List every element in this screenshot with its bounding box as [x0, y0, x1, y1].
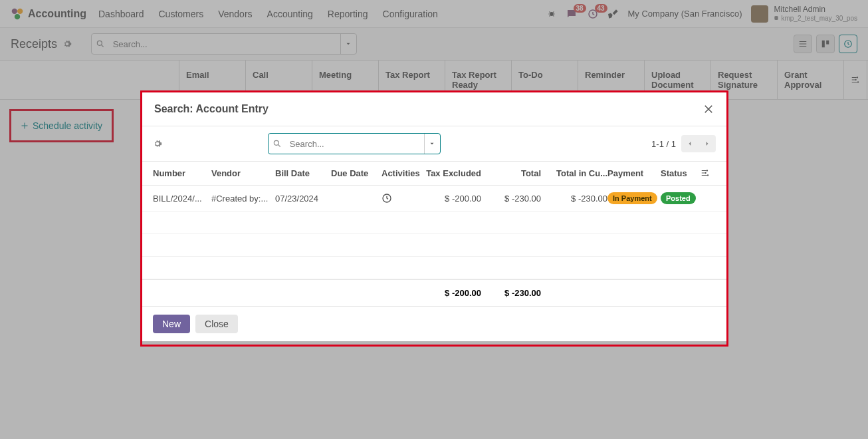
th-billdate[interactable]: Bill Date [275, 168, 331, 178]
cell-activities[interactable] [381, 193, 421, 204]
svg-point-15 [705, 172, 706, 174]
table-sum-row: $ -200.00 $ -230.00 [142, 279, 726, 306]
cell-totalcu: $ -230.00 [541, 194, 607, 204]
clock-icon [381, 193, 392, 204]
cell-status: Posted [661, 192, 701, 204]
pager-next-button[interactable] [699, 135, 716, 152]
table-row-empty [142, 257, 726, 279]
modal-table-header: Number Vendor Bill Date Due Date Activit… [142, 161, 726, 186]
pager-text: 1-1 / 1 [651, 139, 676, 149]
cell-taxex: $ -200.00 [421, 194, 481, 204]
status-badge: Posted [661, 192, 696, 204]
table-row[interactable]: BILL/2024/... #Created by:... 07/23/2024… [142, 186, 726, 212]
th-taxex[interactable]: Tax Excluded [421, 168, 481, 178]
chevron-left-icon [686, 140, 694, 148]
cell-total: $ -230.00 [481, 194, 541, 204]
gear-icon [153, 139, 162, 148]
modal-gear-button[interactable] [153, 139, 162, 148]
cell-billdate: 07/23/2024 [275, 194, 331, 204]
cell-payment: In Payment [607, 192, 661, 204]
search-icon [272, 139, 282, 148]
th-activities[interactable]: Activities [381, 168, 421, 178]
modal-close-button[interactable] [703, 103, 714, 115]
new-button[interactable]: New [153, 315, 190, 333]
table-row-empty [142, 234, 726, 257]
search-account-entry-modal: Search: Account Entry 1-1 / 1 Number Ven… [142, 92, 726, 341]
th-status[interactable]: Status [661, 168, 701, 178]
th-number[interactable]: Number [153, 168, 211, 178]
svg-point-13 [274, 140, 278, 145]
pager-prev-button[interactable] [681, 135, 699, 152]
payment-badge: In Payment [607, 192, 657, 204]
chevron-right-icon [703, 140, 711, 148]
th-payment[interactable]: Payment [607, 168, 661, 178]
th-adjust[interactable] [701, 168, 714, 178]
th-duedate[interactable]: Due Date [331, 168, 381, 178]
modal-title: Search: Account Entry [154, 103, 269, 115]
sum-taxex: $ -200.00 [421, 288, 481, 298]
th-totalcu[interactable]: Total in Cu... [541, 168, 607, 178]
svg-point-14 [706, 170, 708, 171]
sliders-icon [701, 168, 710, 178]
th-total[interactable]: Total [481, 168, 541, 178]
sum-total: $ -230.00 [481, 288, 541, 298]
svg-point-16 [707, 174, 708, 176]
close-button[interactable]: Close [195, 315, 238, 333]
modal-search-dropdown-toggle[interactable] [424, 134, 440, 154]
table-row-empty [142, 212, 726, 234]
cell-vendor: #Created by:... [211, 194, 275, 204]
chevron-down-icon [429, 140, 435, 147]
modal-search-input[interactable] [286, 139, 424, 149]
modal-search[interactable] [268, 133, 441, 154]
close-icon [703, 103, 714, 115]
th-vendor[interactable]: Vendor [211, 168, 275, 178]
cell-number: BILL/2024/... [153, 194, 211, 204]
